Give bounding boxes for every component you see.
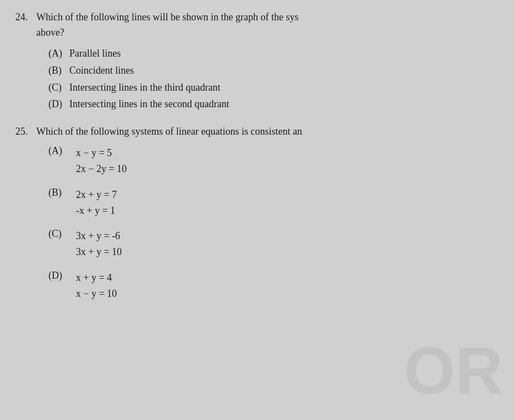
option-25-d: (D) x + y = 4 x − y = 10 [48, 270, 499, 302]
option-24-c-label: (C) [48, 80, 69, 96]
question-24-body: Which of the following lines will be sho… [36, 10, 298, 41]
option-24-b-text: Coincident lines [69, 63, 134, 79]
option-24-a: (A) Parallel lines [48, 46, 499, 62]
option-24-b: (B) Coincident lines [48, 63, 499, 79]
option-25-c: (C) 3x + y = -6 3x + y = 10 [48, 228, 499, 260]
option-25-d-equations: x + y = 4 x − y = 10 [76, 270, 117, 302]
option-25-c-label: (C) [48, 228, 76, 240]
question-25: 25. Which of the following systems of li… [15, 124, 499, 301]
option-25-a-label: (A) [48, 145, 76, 157]
question-24-text: 24. Which of the following lines will be… [15, 10, 499, 41]
option-24-d-label: (D) [48, 97, 69, 112]
option-25-b-equations: 2x + y = 7 -x + y = 1 [76, 187, 117, 219]
question-24: 24. Which of the following lines will be… [15, 10, 499, 112]
page-content: 24. Which of the following lines will be… [0, 0, 514, 420]
option-25-a-equations: x − y = 5 2x − 2y = 10 [76, 145, 127, 177]
option-24-c-text: Intersecting lines in the third quadrant [69, 80, 220, 96]
option-25-d-label: (D) [48, 270, 76, 281]
option-24-d: (D) Intersecting lines in the second qua… [48, 97, 499, 112]
question-25-number: 25. [15, 124, 36, 140]
question-24-number: 24. [15, 10, 36, 25]
question-25-options: (A) x − y = 5 2x − 2y = 10 (B) 2x + y = … [48, 145, 499, 301]
option-25-b: (B) 2x + y = 7 -x + y = 1 [48, 187, 499, 219]
option-24-a-text: Parallel lines [69, 46, 121, 62]
option-24-d-text: Intersecting lines in the second quadran… [69, 97, 229, 112]
question-25-body: Which of the following systems of linear… [36, 124, 302, 140]
question-24-options: (A) Parallel lines (B) Coincident lines … [48, 46, 499, 113]
option-24-b-label: (B) [48, 63, 69, 79]
option-24-c: (C) Intersecting lines in the third quad… [48, 80, 499, 96]
option-25-b-label: (B) [48, 187, 76, 198]
option-25-c-equations: 3x + y = -6 3x + y = 10 [76, 228, 122, 260]
option-24-a-label: (A) [48, 46, 69, 62]
question-25-text: 25. Which of the following systems of li… [15, 124, 499, 140]
option-25-a: (A) x − y = 5 2x − 2y = 10 [48, 145, 499, 177]
